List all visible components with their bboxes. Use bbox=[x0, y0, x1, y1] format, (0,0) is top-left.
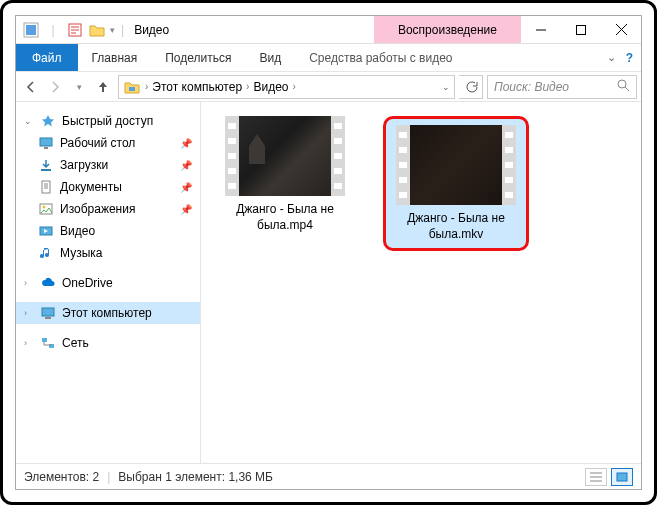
search-placeholder: Поиск: Видео bbox=[494, 80, 569, 94]
sidebar-item-desktop[interactable]: Рабочий стол 📌 bbox=[16, 132, 200, 154]
sidebar-item-documents[interactable]: Документы 📌 bbox=[16, 176, 200, 198]
file-item[interactable]: Джанго - Была не была.mkv bbox=[392, 125, 520, 242]
sidebar-item-music[interactable]: Музыка bbox=[16, 242, 200, 264]
window-title: Видео bbox=[134, 23, 169, 37]
file-list[interactable]: Джанго - Была не была.mp4 Джанго - Была … bbox=[201, 102, 641, 463]
documents-icon bbox=[38, 179, 54, 195]
music-icon bbox=[38, 245, 54, 261]
svg-point-8 bbox=[618, 80, 626, 88]
file-item[interactable]: Джанго - Была не была.mp4 bbox=[215, 116, 355, 233]
help-icon[interactable]: ? bbox=[626, 51, 633, 65]
sidebar-item-label: Видео bbox=[60, 224, 95, 238]
svg-rect-17 bbox=[42, 308, 54, 316]
chevron-right-icon[interactable]: › bbox=[292, 81, 295, 92]
sidebar-quick-access[interactable]: ⌄ Быстрый доступ bbox=[16, 110, 200, 132]
minimize-button[interactable] bbox=[521, 16, 561, 43]
svg-rect-12 bbox=[41, 169, 51, 171]
sidebar-item-pictures[interactable]: Изображения 📌 bbox=[16, 198, 200, 220]
file-name: Джанго - Была не была.mkv bbox=[392, 211, 520, 242]
video-thumbnail bbox=[396, 125, 516, 205]
qat-dropdown-icon[interactable]: ▾ bbox=[110, 25, 115, 35]
sidebar-this-pc[interactable]: › Этот компьютер bbox=[16, 302, 200, 324]
svg-rect-7 bbox=[129, 87, 135, 91]
video-thumbnail bbox=[225, 116, 345, 196]
sidebar-item-videos[interactable]: Видео bbox=[16, 220, 200, 242]
tab-share[interactable]: Поделиться bbox=[151, 44, 245, 71]
back-button[interactable] bbox=[20, 76, 42, 98]
chevron-right-icon[interactable]: › bbox=[24, 308, 34, 318]
svg-rect-11 bbox=[44, 147, 48, 149]
sidebar-item-label: Загрузки bbox=[60, 158, 108, 172]
file-item-selected-highlight: Джанго - Была не была.mkv bbox=[383, 116, 529, 251]
sidebar-item-label: Сеть bbox=[62, 336, 89, 350]
file-tab[interactable]: Файл bbox=[16, 44, 78, 71]
properties-icon[interactable] bbox=[66, 21, 84, 39]
sidebar-item-label: Этот компьютер bbox=[62, 306, 152, 320]
details-view-button[interactable] bbox=[585, 468, 607, 486]
sidebar-network[interactable]: › Сеть bbox=[16, 332, 200, 354]
file-name: Джанго - Была не была.mp4 bbox=[215, 202, 355, 233]
tab-home[interactable]: Главная bbox=[78, 44, 152, 71]
app-icon bbox=[22, 21, 40, 39]
chevron-right-icon[interactable]: › bbox=[145, 81, 148, 92]
status-item-count: Элементов: 2 bbox=[24, 470, 99, 484]
recent-dropdown-icon[interactable]: ▾ bbox=[68, 76, 90, 98]
title-bar: | ▾ | Видео Воспроизведение bbox=[16, 16, 641, 44]
sidebar-item-label: OneDrive bbox=[62, 276, 113, 290]
sidebar-item-downloads[interactable]: Загрузки 📌 bbox=[16, 154, 200, 176]
chevron-right-icon[interactable]: › bbox=[24, 338, 34, 348]
svg-rect-21 bbox=[617, 473, 627, 481]
svg-rect-10 bbox=[40, 138, 52, 146]
desktop-icon bbox=[38, 135, 54, 151]
pin-icon: 📌 bbox=[180, 204, 192, 215]
up-button[interactable] bbox=[92, 76, 114, 98]
close-button[interactable] bbox=[601, 16, 641, 43]
svg-rect-4 bbox=[577, 25, 586, 34]
refresh-button[interactable] bbox=[459, 75, 483, 99]
sidebar-item-label: Изображения bbox=[60, 202, 135, 216]
svg-rect-13 bbox=[42, 181, 50, 193]
video-icon bbox=[38, 223, 54, 239]
pin-icon: 📌 bbox=[180, 138, 192, 149]
maximize-button[interactable] bbox=[561, 16, 601, 43]
qat-sep: | bbox=[44, 21, 62, 39]
tab-video-tools[interactable]: Средства работы с видео bbox=[295, 44, 466, 71]
chevron-right-icon[interactable]: › bbox=[24, 278, 34, 288]
cloud-icon bbox=[40, 275, 56, 291]
forward-button[interactable] bbox=[44, 76, 66, 98]
svg-point-15 bbox=[43, 206, 46, 209]
network-icon bbox=[40, 335, 56, 351]
video-folder-icon bbox=[123, 78, 141, 96]
sidebar-item-label: Рабочий стол bbox=[60, 136, 135, 150]
chevron-down-icon[interactable]: ⌄ bbox=[24, 116, 34, 126]
sidebar-item-label: Документы bbox=[60, 180, 122, 194]
large-icons-view-button[interactable] bbox=[611, 468, 633, 486]
ribbon-tabs: Файл Главная Поделиться Вид Средства раб… bbox=[16, 44, 641, 72]
contextual-tab-title: Воспроизведение bbox=[374, 16, 521, 43]
status-selection: Выбран 1 элемент: 1,36 МБ bbox=[118, 470, 273, 484]
chevron-right-icon[interactable]: › bbox=[246, 81, 249, 92]
computer-icon bbox=[40, 305, 56, 321]
folder-icon[interactable] bbox=[88, 21, 106, 39]
svg-rect-1 bbox=[26, 25, 36, 35]
status-bar: Элементов: 2 | Выбран 1 элемент: 1,36 МБ bbox=[16, 463, 641, 489]
ribbon-expand-icon[interactable]: ⌄ bbox=[607, 51, 616, 64]
address-bar: ▾ › Этот компьютер › Видео › ⌄ Поиск: Ви… bbox=[16, 72, 641, 102]
search-input[interactable]: Поиск: Видео bbox=[487, 75, 637, 99]
breadcrumb-item[interactable]: Этот компьютер bbox=[152, 80, 242, 94]
svg-rect-18 bbox=[45, 317, 51, 319]
svg-line-9 bbox=[625, 87, 629, 91]
sidebar-item-label: Музыка bbox=[60, 246, 102, 260]
breadcrumb-dropdown-icon[interactable]: ⌄ bbox=[442, 82, 450, 92]
breadcrumb-item[interactable]: Видео bbox=[253, 80, 288, 94]
nav-sidebar: ⌄ Быстрый доступ Рабочий стол 📌 Загрузки… bbox=[16, 102, 201, 463]
downloads-icon bbox=[38, 157, 54, 173]
breadcrumb[interactable]: › Этот компьютер › Видео › ⌄ bbox=[118, 75, 455, 99]
tab-view[interactable]: Вид bbox=[245, 44, 295, 71]
pictures-icon bbox=[38, 201, 54, 217]
pin-icon: 📌 bbox=[180, 160, 192, 171]
pin-icon: 📌 bbox=[180, 182, 192, 193]
sidebar-onedrive[interactable]: › OneDrive bbox=[16, 272, 200, 294]
search-icon bbox=[617, 79, 630, 95]
star-icon bbox=[40, 113, 56, 129]
